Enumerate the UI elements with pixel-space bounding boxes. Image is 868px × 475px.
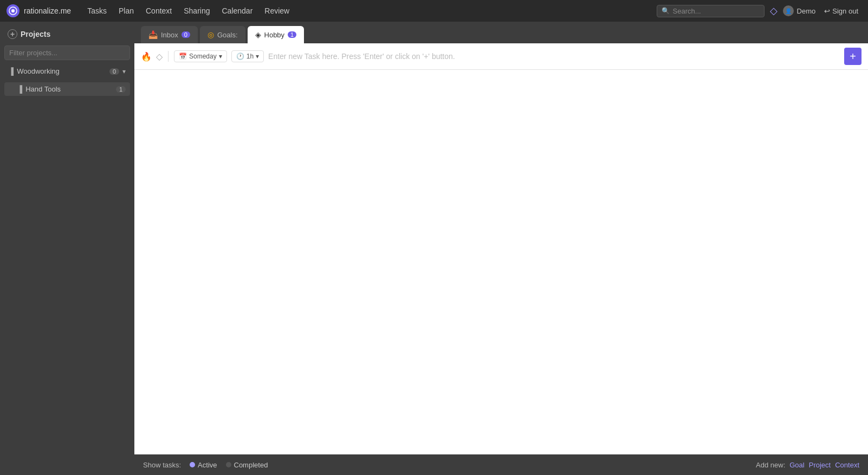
project-badge-woodworking: 0 — [109, 68, 119, 75]
logo-area: rationalize.me — [7, 4, 71, 17]
add-project-link[interactable]: Project — [809, 461, 831, 469]
signout-icon: ↩ — [824, 7, 830, 15]
hobby-icon: ◈ — [255, 30, 261, 39]
signout-button[interactable]: ↩ Sign out — [821, 5, 861, 17]
bar-chart-sub-icon: ▐ — [17, 85, 22, 93]
project-woodworking[interactable]: ▐ Woodworking 0 ▾ — [4, 64, 130, 78]
goals-icon: ◎ — [208, 30, 214, 39]
tab-inbox[interactable]: 📥 Inbox 0 — [141, 26, 198, 43]
completed-label: Completed — [234, 461, 268, 469]
main-panel: 🔥 ◇ 📅 Someday ▾ 🕐 1h ▾ + — [134, 43, 868, 454]
subproject-badge-hand-tools: 1 — [116, 86, 126, 93]
content-area: 📥 Inbox 0 ◎ Goals: ◈ Hobby 1 🔥 ◇ — [134, 22, 868, 475]
user-avatar: 👤 — [783, 5, 794, 16]
app-logo-icon — [7, 4, 20, 17]
add-new-area: Add new: Goal Project Context — [756, 461, 859, 469]
add-new-label: Add new: — [756, 461, 785, 469]
add-goal-link[interactable]: Goal — [789, 461, 804, 469]
tab-inbox-badge: 0 — [182, 31, 190, 38]
tab-inbox-label: Inbox — [161, 31, 178, 39]
svg-point-1 — [11, 9, 15, 12]
main-layout: + Projects ▐ Woodworking 0 ▾ ▐ Hand Tool… — [0, 22, 868, 475]
tab-goals[interactable]: ◎ Goals: — [200, 26, 245, 43]
add-project-sidebar-button[interactable]: + — [8, 29, 17, 39]
time-chevron-icon: ▾ — [256, 53, 259, 60]
task-input-bar: 🔥 ◇ 📅 Someday ▾ 🕐 1h ▾ + — [134, 43, 868, 70]
user-name: Demo — [797, 7, 816, 15]
clock-icon: 🕐 — [236, 53, 244, 60]
diamond-task-icon[interactable]: ◇ — [156, 51, 163, 62]
fire-icon[interactable]: 🔥 — [141, 51, 152, 62]
tab-bar: 📥 Inbox 0 ◎ Goals: ◈ Hobby 1 — [134, 22, 868, 43]
filter-active[interactable]: Active — [190, 461, 217, 469]
task-content-area — [134, 70, 868, 454]
inbox-icon: 📥 — [148, 30, 158, 39]
time-label: 1h — [247, 53, 254, 60]
nav-review[interactable]: Review — [259, 4, 295, 17]
search-container: 🔍 — [657, 5, 765, 17]
signout-label: Sign out — [832, 7, 858, 15]
subproject-name-hand-tools: Hand Tools — [25, 85, 113, 93]
bottom-bar: Show tasks: Active Completed Add new: Go… — [134, 454, 868, 475]
sidebar-projects-label: Projects — [21, 30, 50, 38]
sidebar-header: + Projects — [4, 27, 130, 41]
nav-links: Tasks Plan Context Sharing Calendar Revi… — [82, 4, 654, 17]
someday-chevron-icon: ▾ — [219, 53, 222, 60]
calendar-icon: 📅 — [179, 53, 187, 60]
subproject-hand-tools[interactable]: ▐ Hand Tools 1 — [4, 82, 130, 96]
add-context-link[interactable]: Context — [835, 461, 859, 469]
user-area: 👤 Demo — [783, 5, 816, 16]
task-text-input[interactable] — [268, 52, 840, 61]
diamond-icon: ◇ — [770, 5, 778, 17]
someday-button[interactable]: 📅 Someday ▾ — [174, 50, 227, 62]
tab-goals-label: Goals: — [217, 31, 238, 39]
tab-hobby[interactable]: ◈ Hobby 1 — [248, 26, 305, 43]
search-icon: 🔍 — [662, 7, 670, 15]
nav-plan[interactable]: Plan — [113, 4, 139, 17]
tab-hobby-badge: 1 — [288, 31, 296, 38]
nav-calendar[interactable]: Calendar — [217, 4, 258, 17]
nav-tasks[interactable]: Tasks — [82, 4, 112, 17]
tab-hobby-label: Hobby — [264, 31, 285, 39]
sidebar: + Projects ▐ Woodworking 0 ▾ ▐ Hand Tool… — [0, 22, 134, 475]
someday-label: Someday — [189, 53, 217, 60]
chevron-down-icon[interactable]: ▾ — [122, 68, 126, 75]
input-divider — [168, 51, 169, 62]
filter-projects-input[interactable] — [4, 45, 130, 60]
app-logo-text: rationalize.me — [24, 6, 71, 15]
completed-radio-dot — [226, 462, 231, 467]
time-button[interactable]: 🕐 1h ▾ — [231, 50, 264, 62]
nav-context[interactable]: Context — [140, 4, 177, 17]
nav-sharing[interactable]: Sharing — [178, 4, 215, 17]
bar-chart-icon: ▐ — [9, 67, 14, 75]
project-name-woodworking: Woodworking — [17, 67, 106, 75]
filter-completed[interactable]: Completed — [226, 461, 268, 469]
show-tasks-label: Show tasks: — [143, 461, 181, 469]
active-radio-dot — [190, 462, 195, 467]
nav-right: 🔍 ◇ 👤 Demo ↩ Sign out — [657, 5, 861, 17]
search-input[interactable] — [673, 7, 760, 15]
add-task-button[interactable]: + — [844, 48, 861, 65]
top-nav: rationalize.me Tasks Plan Context Sharin… — [0, 0, 868, 22]
active-label: Active — [198, 461, 217, 469]
